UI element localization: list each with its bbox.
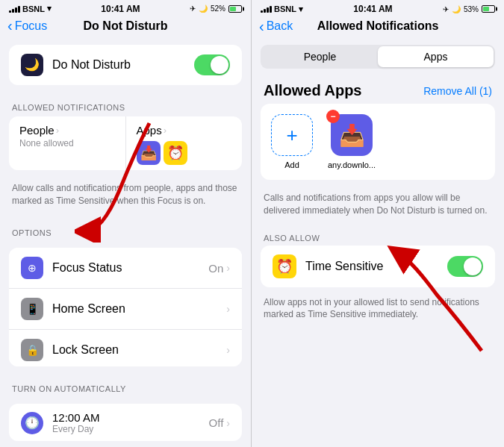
tab-apps[interactable]: Apps	[378, 46, 494, 67]
options-card: ⊕ Focus Status On › 📱 Home Screen › 🔒 Lo…	[9, 248, 242, 366]
do-not-disturb-row: 🌙 Do Not Disturb	[9, 45, 242, 85]
add-label: Add	[284, 160, 299, 169]
people-subtitle: None allowed	[19, 138, 115, 149]
lock-screen-chevron: ›	[226, 344, 230, 356]
allowed-apps-title: Allowed Apps	[264, 82, 361, 99]
focus-status-row[interactable]: ⊕ Focus Status On ›	[9, 248, 242, 289]
back-label-left: Focus	[15, 19, 48, 33]
auto-time: 12:00 AM	[52, 411, 209, 424]
time-sensitive-description: Allow apps not in your allowed list to s…	[252, 290, 504, 331]
notif-row: People › None allowed Apps › 📥 ⏰	[9, 116, 242, 171]
focus-status-icon: ⊕	[21, 257, 43, 279]
auto-clock-icon: 🕛	[21, 412, 43, 434]
wifi-icon: ▾	[47, 4, 52, 13]
allowed-notif-description: Allow calls and notifications from peopl…	[0, 176, 251, 216]
also-allow-header: ALSO ALLOW	[252, 226, 504, 246]
dnd-label: Do Not Disturb	[52, 58, 194, 72]
home-screen-chevron: ›	[226, 303, 230, 315]
battery-icon-right	[482, 5, 495, 13]
page-title-left: Do Not Disturb	[84, 19, 168, 33]
add-app-item: + Add	[271, 114, 313, 169]
dnd-icon: 🌙	[21, 54, 43, 76]
auto-value: Off	[209, 416, 224, 429]
back-button-left[interactable]: ‹ Focus	[7, 19, 47, 33]
moon-icon: 🌙	[199, 4, 208, 13]
nav-icon: ✈	[190, 4, 196, 13]
wifi-icon-right: ▾	[299, 4, 303, 14]
allowed-apps-header: Allowed Apps Remove All (1)	[252, 75, 504, 104]
auto-info: 12:00 AM Every Day	[52, 411, 209, 434]
time-display-left: 10:41 AM	[101, 4, 140, 14]
apps-grid-card: + Add − 📥 any.downlo...	[261, 104, 495, 180]
people-chevron: ›	[56, 125, 59, 136]
carrier-label-right: BSNL	[274, 4, 296, 13]
nav-header-right: ‹ Back Allowed Notifications	[252, 16, 504, 39]
app-remove-button[interactable]: −	[326, 110, 340, 123]
lock-screen-row[interactable]: 🔒 Lock Screen ›	[9, 330, 242, 366]
back-arrow-icon-right: ‹	[259, 19, 264, 34]
back-button-right[interactable]: ‹ Back	[259, 19, 293, 34]
apps-cell[interactable]: Apps › 📥 ⏰	[126, 116, 243, 171]
segment-control: People Apps	[261, 45, 495, 69]
status-info-right: BSNL ▾	[261, 4, 303, 14]
dnd-toggle-knob	[211, 56, 228, 74]
auto-sub: Every Day	[52, 424, 209, 434]
home-screen-icon: 📱	[21, 298, 43, 320]
focus-status-value: On	[208, 262, 223, 275]
left-panel: BSNL ▾ 10:41 AM ✈ 🌙 52% ‹ Focus Do Not D…	[0, 0, 252, 447]
time-sensitive-row: ⏰ Time Sensitive	[261, 246, 495, 287]
auto-row-1[interactable]: 🕛 12:00 AM Every Day Off ›	[9, 404, 242, 441]
app-item-1: − 📥 any.downlo...	[328, 114, 376, 169]
signal-icon-right	[261, 5, 272, 13]
allowed-notifications-header: ALLOWED NOTIFICATIONS	[0, 91, 251, 116]
auto-card: 🕛 12:00 AM Every Day Off ›	[9, 404, 242, 441]
people-cell[interactable]: People › None allowed	[9, 116, 126, 171]
status-bar-left: BSNL ▾ 10:41 AM ✈ 🌙 52%	[0, 0, 251, 16]
auto-chevron: ›	[226, 417, 230, 429]
time-sensitive-label: Time Sensitive	[305, 260, 447, 273]
apps-title: Apps ›	[137, 124, 232, 137]
tab-people[interactable]: People	[262, 46, 378, 67]
focus-status-chevron: ›	[226, 262, 230, 274]
status-icons-left: ✈ 🌙 52%	[190, 4, 242, 13]
status-info-left: BSNL ▾	[9, 4, 52, 13]
signal-icon	[9, 5, 20, 13]
home-screen-label: Home Screen	[52, 302, 226, 316]
focus-status-label: Focus Status	[52, 261, 208, 275]
people-title: People ›	[19, 124, 115, 137]
home-screen-row[interactable]: 📱 Home Screen ›	[9, 289, 242, 330]
back-arrow-icon: ‹	[7, 18, 13, 33]
right-panel: BSNL ▾ 10:41 AM ✈ 🌙 53% ‹ Back Allowed N…	[252, 0, 504, 447]
remove-all-button[interactable]: Remove All (1)	[423, 85, 492, 97]
status-bar-right: BSNL ▾ 10:41 AM ✈ 🌙 53%	[252, 0, 504, 16]
battery-icon-left	[228, 5, 242, 13]
app-icon-2: ⏰	[164, 141, 187, 165]
options-header: OPTIONS	[0, 216, 251, 242]
app-icon-1: 📥	[137, 141, 161, 165]
auto-header: TURN ON AUTOMATICALLY	[0, 372, 251, 398]
back-label-right: Back	[267, 19, 293, 33]
nav-header-left: ‹ Focus Do Not Disturb	[0, 16, 251, 39]
lock-screen-icon: 🔒	[21, 339, 43, 361]
allowed-notifications-card: People › None allowed Apps › 📥 ⏰	[9, 116, 242, 171]
time-sensitive-icon: ⏰	[273, 254, 296, 278]
battery-label-left: 52%	[211, 4, 225, 13]
status-icons-right: ✈ 🌙 53%	[443, 5, 495, 13]
allowed-apps-info: Calls and notifications from apps you al…	[252, 186, 504, 226]
app-icons-row: 📥 ⏰	[137, 141, 232, 165]
time-display-right: 10:41 AM	[353, 4, 392, 14]
time-sensitive-toggle[interactable]	[447, 256, 483, 277]
add-app-button[interactable]: +	[271, 114, 313, 156]
carrier-label: BSNL	[22, 4, 45, 13]
lock-screen-label: Lock Screen	[52, 343, 226, 357]
app-icon-download[interactable]: − 📥	[331, 114, 373, 156]
apps-chevron: ›	[164, 125, 167, 136]
ts-toggle-knob	[464, 257, 482, 275]
moon-icon-right: 🌙	[452, 5, 461, 13]
page-title-right: Allowed Notifications	[317, 19, 439, 33]
dnd-toggle[interactable]	[194, 54, 230, 75]
battery-label-right: 53%	[464, 5, 479, 13]
app-item-label-1: any.downlo...	[328, 160, 376, 169]
nav-icon-right: ✈	[443, 5, 449, 13]
